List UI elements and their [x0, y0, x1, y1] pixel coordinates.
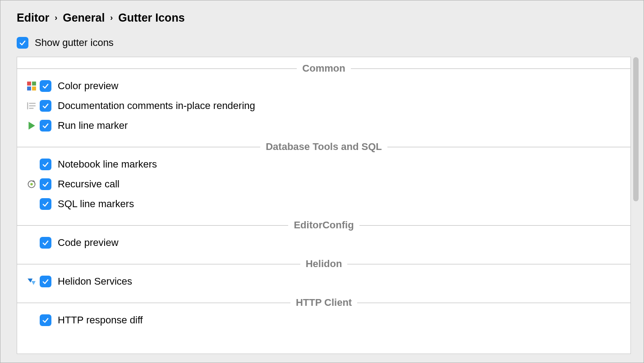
row-recursive-call: Recursive call — [17, 174, 630, 194]
row-sql-line-markers: SQL line markers — [17, 194, 630, 214]
show-gutter-icons-checkbox[interactable] — [17, 37, 28, 49]
gutter-icons-panel: Common Color preview — [17, 57, 631, 354]
section-httpclient: HTTP Client — [17, 295, 630, 310]
section-common: Common — [17, 61, 630, 76]
row-run-line-marker: Run line marker — [17, 116, 630, 136]
label-doc-comments: Documentation comments in-place renderin… — [58, 100, 255, 112]
breadcrumb-general[interactable]: General — [63, 11, 105, 24]
chevron-right-icon: › — [55, 13, 57, 23]
color-grid-icon — [23, 81, 40, 91]
label-sql-line-markers: SQL line markers — [58, 198, 134, 210]
section-editorconfig: EditorConfig — [17, 218, 630, 233]
breadcrumb: Editor › General › Gutter Icons — [17, 11, 627, 24]
svg-rect-6 — [29, 105, 36, 106]
doc-lines-icon — [23, 101, 40, 111]
label-helidon-services: Helidon Services — [58, 276, 132, 287]
helidon-icon — [23, 277, 40, 286]
label-run-line-marker: Run line marker — [58, 120, 128, 132]
row-code-preview: Code preview — [17, 233, 630, 253]
breadcrumb-gutter-icons: Gutter Icons — [118, 11, 184, 24]
row-doc-comments: Documentation comments in-place renderin… — [17, 96, 630, 116]
scrollbar[interactable] — [633, 57, 639, 201]
checkbox-recursive-call[interactable] — [40, 178, 51, 190]
checkbox-color-preview[interactable] — [40, 80, 51, 92]
section-helidon: Helidon — [17, 256, 630, 272]
svg-rect-2 — [27, 86, 31, 91]
section-title-helidon: Helidon — [300, 258, 348, 270]
svg-rect-5 — [29, 103, 36, 104]
label-notebook-line-markers: Notebook line markers — [58, 159, 157, 170]
chevron-right-icon: › — [110, 13, 113, 23]
svg-rect-7 — [29, 108, 34, 109]
svg-marker-13 — [32, 281, 36, 285]
row-color-preview: Color preview — [17, 76, 630, 96]
checkbox-code-preview[interactable] — [40, 237, 51, 249]
svg-marker-12 — [28, 278, 32, 282]
row-notebook-line-markers: Notebook line markers — [17, 154, 630, 174]
checkbox-sql-line-markers[interactable] — [40, 198, 51, 210]
breadcrumb-editor[interactable]: Editor — [17, 11, 49, 24]
checkbox-run-line-marker[interactable] — [40, 120, 51, 132]
svg-rect-4 — [27, 102, 28, 109]
label-color-preview: Color preview — [58, 80, 119, 92]
section-title-database: Database Tools and SQL — [260, 141, 387, 153]
section-database: Database Tools and SQL — [17, 139, 630, 154]
checkbox-notebook-line-markers[interactable] — [40, 159, 51, 170]
svg-marker-8 — [28, 122, 35, 130]
checkbox-doc-comments[interactable] — [40, 100, 51, 112]
checkbox-http-response-diff[interactable] — [40, 314, 51, 326]
section-title-editorconfig: EditorConfig — [288, 219, 359, 231]
svg-rect-0 — [27, 82, 31, 86]
header-area: Editor › General › Gutter Icons Show gut… — [0, 0, 644, 57]
label-code-preview: Code preview — [58, 237, 119, 249]
section-title-common: Common — [297, 63, 350, 74]
svg-rect-1 — [32, 82, 36, 86]
checkbox-helidon-services[interactable] — [40, 276, 51, 287]
show-gutter-icons-row: Show gutter icons — [17, 37, 627, 49]
run-icon — [23, 121, 40, 131]
recursive-icon — [23, 179, 40, 189]
section-title-httpclient: HTTP Client — [290, 297, 357, 309]
show-gutter-icons-label: Show gutter icons — [35, 37, 114, 49]
row-http-response-diff: HTTP response diff — [17, 310, 630, 330]
label-http-response-diff: HTTP response diff — [58, 314, 143, 326]
row-helidon-services: Helidon Services — [17, 272, 630, 291]
svg-point-10 — [30, 183, 33, 186]
svg-rect-3 — [32, 86, 36, 91]
label-recursive-call: Recursive call — [58, 178, 120, 190]
